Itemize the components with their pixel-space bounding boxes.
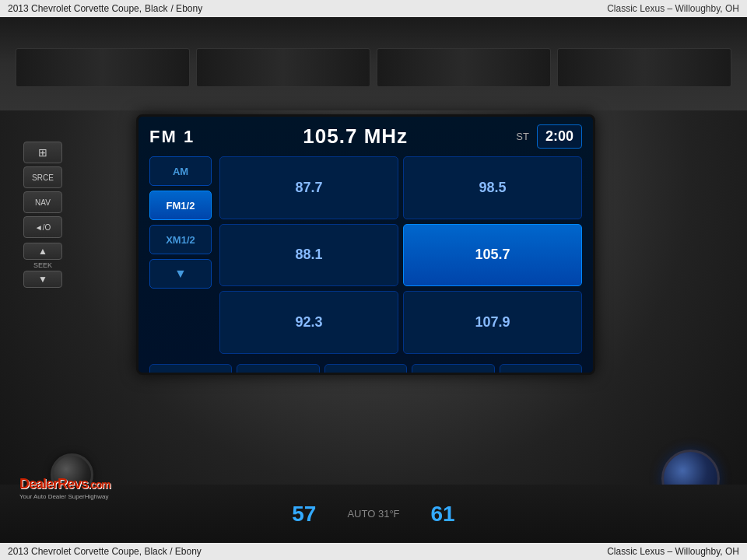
top-bar: 2013 Chevrolet Corvette Coupe, Black / E… bbox=[0, 0, 747, 17]
am-button[interactable]: AM bbox=[149, 156, 212, 186]
dealer-logo-text: DealerRevs.com bbox=[19, 476, 110, 492]
dealer-logo: DealerRevs.com Your Auto Dealer SuperHig… bbox=[19, 476, 110, 500]
control-buttons: ⊞ SRCE NAV ◄/O ▲ SEEK ▼ bbox=[23, 142, 62, 288]
nav-button[interactable]: NAV bbox=[23, 191, 62, 213]
hvac-center: AUTO 31°F bbox=[347, 508, 399, 520]
autoset-button[interactable]: AutoSet bbox=[412, 364, 494, 375]
bottom-bar-trim: / Ebony bbox=[170, 546, 202, 557]
dealer-dotcom: .com bbox=[88, 478, 110, 491]
main-content: ⊞ SRCE NAV ◄/O ▲ SEEK ▼ FM 1 105.7 MHz S… bbox=[0, 17, 747, 543]
info-button[interactable]: INFO bbox=[324, 364, 407, 375]
preset-3[interactable]: 88.1 bbox=[219, 224, 398, 287]
bottom-bar-color: Black bbox=[144, 546, 167, 557]
hvac-right: 61 bbox=[431, 502, 455, 527]
top-bar-left: 2013 Chevrolet Corvette Coupe, Black / E… bbox=[8, 3, 202, 14]
bottom-bar-title: 2013 Chevrolet Corvette Coupe, bbox=[8, 546, 142, 557]
hvac-left: 57 bbox=[292, 502, 316, 527]
top-bar-trim: / Ebony bbox=[170, 3, 202, 14]
vent-block-4 bbox=[557, 48, 731, 87]
rds-button[interactable]: RDS bbox=[237, 364, 319, 375]
band-label: FM 1 bbox=[149, 127, 195, 147]
more-button[interactable]: ▼ bbox=[149, 259, 212, 289]
frequency-display: 105.7 MHz bbox=[303, 124, 408, 149]
radio-screen: FM 1 105.7 MHz ST 2:00 AM FM1/2 XM1/2 ▼ … bbox=[136, 114, 595, 375]
fm12-button[interactable]: FM1/2 bbox=[149, 191, 212, 220]
vent-block-2 bbox=[196, 48, 370, 87]
preset-6[interactable]: 107.9 bbox=[403, 291, 582, 354]
dealer-revs: Revs bbox=[58, 476, 88, 492]
screen-inner: FM 1 105.7 MHz ST 2:00 AM FM1/2 XM1/2 ▼ … bbox=[139, 117, 593, 373]
bottom-buttons: SCAN RDS INFO AutoSet SOUND bbox=[149, 360, 582, 375]
screen-body: AM FM1/2 XM1/2 ▼ 87.7 98.5 88.1 105.7 92… bbox=[149, 156, 582, 354]
preset-grid: 87.7 98.5 88.1 105.7 92.3 107.9 bbox=[219, 156, 582, 354]
bottom-bar-right: Classic Lexus – Willoughby, OH bbox=[607, 546, 739, 557]
stereo-indicator: ST bbox=[516, 131, 529, 142]
preset-4[interactable]: 105.7 bbox=[403, 224, 582, 287]
top-bar-color: Black bbox=[145, 3, 167, 14]
screen-header: FM 1 105.7 MHz ST 2:00 bbox=[149, 124, 582, 149]
dealer-name: Dealer bbox=[19, 476, 58, 492]
seek-label: SEEK bbox=[33, 261, 52, 269]
bottom-bar: 2013 Chevrolet Corvette Coupe, Black / E… bbox=[0, 543, 747, 560]
source-buttons: AM FM1/2 XM1/2 ▼ bbox=[149, 156, 212, 354]
seek-up-button[interactable]: ▲ bbox=[23, 243, 62, 260]
dealer-tagline: Your Auto Dealer SuperHighway bbox=[19, 493, 110, 500]
xm12-button[interactable]: XM1/2 bbox=[149, 225, 212, 254]
hvac-bar: 57 AUTO 31°F 61 bbox=[0, 485, 747, 543]
vent-block-1 bbox=[16, 48, 190, 87]
hvac-right-temp: 61 bbox=[431, 502, 455, 527]
seek-down-button[interactable]: ▼ bbox=[23, 271, 62, 288]
sound-button[interactable]: SOUND bbox=[500, 364, 582, 375]
bottom-bar-left: 2013 Chevrolet Corvette Coupe, Black / E… bbox=[8, 546, 202, 557]
seek-group: ▲ SEEK ▼ bbox=[23, 243, 62, 288]
srce-button[interactable]: SRCE bbox=[23, 166, 62, 188]
preset-2[interactable]: 98.5 bbox=[403, 156, 582, 219]
time-display: 2:00 bbox=[537, 124, 582, 149]
hvac-left-temp: 57 bbox=[292, 502, 316, 527]
vent-block-3 bbox=[377, 48, 551, 87]
audio-button[interactable]: ◄/O bbox=[23, 216, 62, 238]
source-icon-button[interactable]: ⊞ bbox=[23, 142, 62, 163]
preset-5[interactable]: 92.3 bbox=[219, 291, 398, 354]
top-bar-title: 2013 Chevrolet Corvette Coupe, bbox=[8, 3, 142, 14]
header-right: ST 2:00 bbox=[516, 124, 582, 149]
top-panel bbox=[0, 17, 747, 110]
top-bar-right: Classic Lexus – Willoughby, OH bbox=[607, 3, 739, 14]
preset-1[interactable]: 87.7 bbox=[219, 156, 398, 219]
hvac-center-label: AUTO 31°F bbox=[347, 508, 399, 520]
scan-button[interactable]: SCAN bbox=[149, 364, 232, 375]
vent-area bbox=[0, 40, 747, 95]
